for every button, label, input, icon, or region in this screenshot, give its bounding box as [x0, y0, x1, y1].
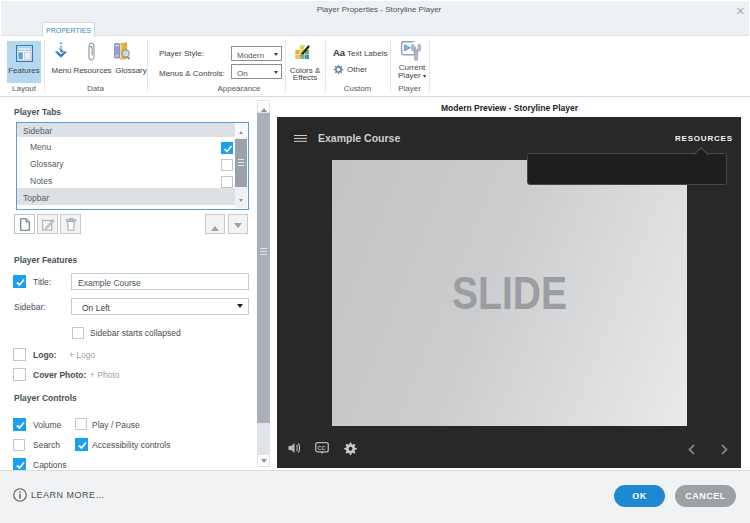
svg-text:CC: CC: [318, 445, 326, 451]
